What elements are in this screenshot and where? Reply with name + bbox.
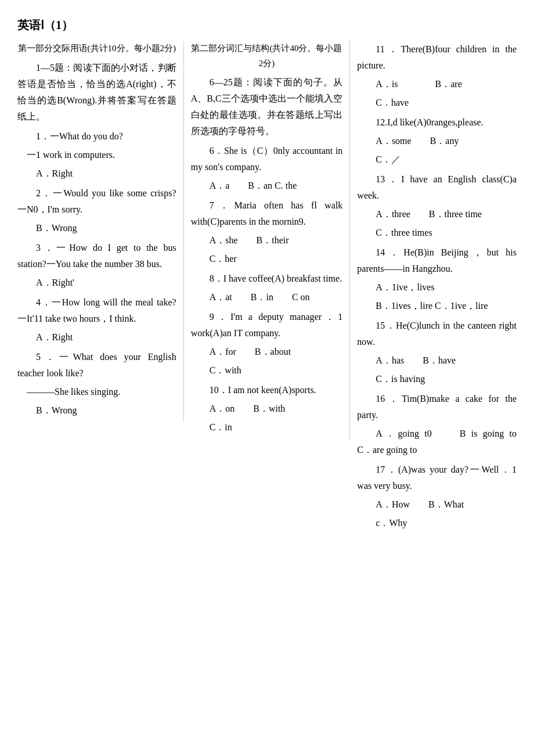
q11-block: 11．There(B)four children in the picture.… (357, 41, 517, 111)
q12-block: 12.I,d like(A)0ranges,please. A．some B．a… (357, 114, 517, 168)
column-2: 第二部分词汇与结构(共计40分。每小题2分) 6—25题：阅读下面的句子。从A、… (184, 41, 351, 439)
column-1: 第一部分交际用语(共计10分。每小题2分) 1—5题：阅读下面的小对话，判断答语… (17, 41, 184, 422)
q2-block: 2．一Would you like some crisps? 一N0，I'm s… (17, 185, 176, 236)
q16-block: 16．Tim(B)make a cake for the party. A．go… (357, 391, 517, 458)
q10-block: 10．I am not keen(A)sports. A．on B．with C… (191, 382, 343, 435)
q14-block: 14．He(B)in Beijing，but his parents——in H… (357, 244, 517, 314)
q15-block: 15．He(C)lunch in the canteen right now. … (357, 318, 517, 387)
page-title: 英语Ⅰ（1） (17, 19, 73, 31)
q1-block: 1．一What do you do? 一1 work in computers.… (17, 128, 176, 182)
q13-block: 13．I have an English class(C)a week. A．t… (357, 171, 517, 241)
q6-block: 6．She is（C）0nly accountant in my son's c… (191, 143, 343, 194)
q6-25-intro: 6—25题：阅读下面的句子。从A、B,C三个选项中选出一个能填入空白处的最佳选项… (191, 74, 343, 139)
q4-block: 4．一How long will the meal take?一It'11 ta… (17, 294, 176, 345)
q9-block: 9．I'm a deputy manager．1 work(A)an IT co… (191, 309, 343, 379)
q8-block: 8．I have coffee(A) breakfast time. A．at … (191, 271, 343, 305)
q5-block: 5．一What does your English teacher look l… (17, 349, 176, 419)
q3-block: 3．一How do I get to the bus station?一You … (17, 240, 176, 291)
q17-block: 17．(A)was your day?一Well．1 was very busy… (357, 462, 517, 531)
q1-5-intro: 1—5题：阅读下面的小对话，判断答语是否恰当，恰当的选A(right)，不恰当的… (17, 60, 176, 125)
title-area: 英语Ⅰ（1） (17, 17, 517, 33)
section1-header: 第一部分交际用语(共计10分。每小题2分) (17, 41, 176, 56)
main-grid: 第一部分交际用语(共计10分。每小题2分) 1—5题：阅读下面的小对话，判断答语… (17, 41, 517, 535)
section2-header: 第二部分词汇与结构(共计40分。每小题2分) (191, 41, 343, 71)
column-3: 11．There(B)four children in the picture.… (350, 41, 517, 535)
page-wrapper: 英语Ⅰ（1） 第一部分交际用语(共计10分。每小题2分) 1—5题：阅读下面的小… (17, 17, 517, 535)
q7-block: 7．Maria often has fl walk with(C)parents… (191, 197, 343, 267)
